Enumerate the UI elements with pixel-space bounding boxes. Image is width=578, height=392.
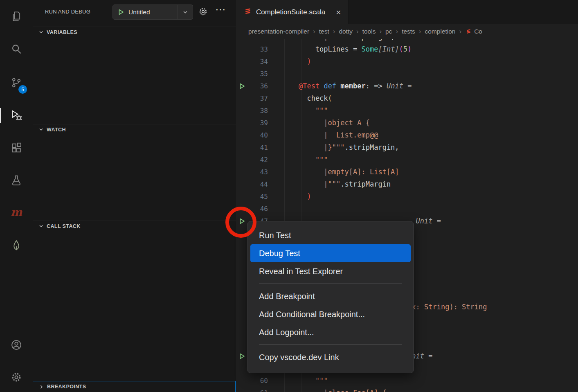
line-number[interactable]: 46	[249, 205, 268, 213]
activity-item-explorer[interactable]	[0, 3, 32, 29]
section-watch[interactable]: WATCH	[33, 124, 236, 135]
line-number[interactable]: 40	[249, 131, 268, 139]
close-icon[interactable]: ×	[336, 8, 341, 16]
code-line-36[interactable]: 36 @Test def member: => Unit =	[236, 80, 578, 92]
section-label: CALL STACK	[47, 223, 81, 229]
activity-item-accounts[interactable]	[0, 332, 32, 358]
code-line-45[interactable]: 45 )	[236, 190, 578, 203]
run-and-debug-icon	[10, 109, 23, 122]
section-call-stack[interactable]: CALL STACK	[33, 221, 236, 231]
breadcrumb-item-leaf[interactable]: Co	[465, 28, 482, 35]
code-text: |class Foo[A] {	[282, 389, 387, 392]
line-number[interactable]: 36	[249, 82, 268, 90]
code-line-46[interactable]: 46	[236, 203, 578, 215]
debug-settings-gear-icon[interactable]	[198, 7, 208, 18]
activity-item-search[interactable]	[0, 36, 32, 62]
line-number[interactable]: 35	[249, 70, 268, 78]
code-line-33[interactable]: 33 topLines = Some[Int](5)	[236, 43, 578, 55]
menu-item-reveal-in-test-explorer[interactable]: Reveal in Test Explorer	[250, 262, 411, 280]
more-actions-icon[interactable]: ⋯	[215, 3, 227, 16]
run-and-debug-sidebar: RUN AND DEBUG Untitled ⋯ VARIABLES WATCH…	[33, 0, 236, 392]
code-line-38[interactable]: 38 """	[236, 104, 578, 117]
files-icon	[10, 10, 22, 23]
line-number[interactable]: 38	[249, 107, 268, 115]
menu-item-debug-test[interactable]: Debug Test	[250, 244, 411, 262]
code-text: |}""".stripMargin,	[282, 143, 399, 151]
code-line-42[interactable]: 42 """	[236, 153, 578, 166]
line-number[interactable]: 39	[249, 119, 268, 127]
line-number[interactable]: 61	[249, 389, 268, 392]
menu-divider	[259, 345, 402, 345]
code-text: topLines = Some[Int](5)	[282, 45, 412, 53]
section-breakpoints[interactable]: BREAKPOINTS	[33, 381, 235, 392]
section-label: WATCH	[47, 127, 66, 133]
activity-item-mongodb[interactable]	[0, 232, 32, 259]
code-line-41[interactable]: 41 |}""".stripMargin,	[236, 141, 578, 153]
line-number[interactable]: 43	[249, 168, 268, 176]
chevron-down-icon[interactable]	[178, 5, 193, 19]
launch-config-dropdown[interactable]: Untitled	[112, 5, 193, 20]
chevron-down-icon	[38, 127, 44, 132]
line-number[interactable]: 60	[249, 377, 268, 385]
breadcrumb-separator-icon: ›	[333, 27, 335, 36]
chevron-right-icon	[39, 384, 44, 390]
code-line-44[interactable]: 44 |""".stripMargin	[236, 178, 578, 190]
code-text: |empty[A]: List[A]	[282, 168, 399, 176]
breadcrumb-separator-icon: ›	[313, 27, 315, 36]
activity-item-run-and-debug[interactable]	[0, 102, 32, 128]
activity-item-testing[interactable]	[0, 167, 32, 194]
code-line-40[interactable]: 40 | List.emp@@	[236, 129, 578, 141]
menu-item-add-breakpoint[interactable]: Add Breakpoint	[250, 287, 411, 305]
line-number[interactable]: 44	[249, 180, 268, 188]
code-line-61[interactable]: 61 |class Foo[A] {	[236, 387, 578, 392]
code-line-37[interactable]: 37 check(	[236, 92, 578, 104]
menu-divider	[259, 284, 402, 284]
breadcrumb-item-presentation-compiler[interactable]: presentation-compiler	[248, 28, 309, 35]
breadcrumb-item-pc[interactable]: pc	[385, 28, 392, 35]
breadcrumb-separator-icon: ›	[419, 27, 421, 36]
line-number[interactable]: 34	[249, 58, 268, 65]
tab-completionsuite-scala[interactable]: CompletionSuite.scala ×	[236, 0, 349, 24]
code-text: """	[282, 106, 328, 115]
tab-bar: CompletionSuite.scala ×	[236, 0, 578, 24]
breadcrumb-item-dotty[interactable]: dotty	[339, 28, 353, 35]
breadcrumb-item-completion[interactable]: completion	[425, 28, 456, 35]
activity-item-source-control[interactable]: 5	[0, 70, 32, 96]
code-text: """	[282, 376, 328, 385]
activity-item-metals[interactable]: m	[0, 200, 32, 226]
menu-item-run-test[interactable]: Run Test	[250, 226, 411, 244]
menu-item-add-logpoint[interactable]: Add Logpoint...	[250, 323, 411, 341]
line-number[interactable]: 33	[249, 45, 268, 53]
start-debugging-icon[interactable]	[117, 9, 124, 16]
tab-label: CompletionSuite.scala	[256, 8, 325, 16]
code-text: |""".stripMargin	[282, 180, 391, 188]
code-line-35[interactable]: 35	[236, 68, 578, 80]
code-line-43[interactable]: 43 |empty[A]: List[A]	[236, 166, 578, 178]
breadcrumb-item-tools[interactable]: tools	[362, 28, 376, 35]
scala-icon	[243, 7, 252, 16]
code-line-34[interactable]: 34 )	[236, 55, 578, 68]
run-test-icon[interactable]	[236, 83, 249, 90]
activity-item-settings[interactable]	[0, 364, 32, 390]
line-number[interactable]: 45	[249, 193, 268, 201]
code-text: )	[282, 57, 311, 65]
code-text: check(	[282, 94, 332, 102]
activity-bar: 5 m	[0, 0, 33, 392]
section-variables[interactable]: VARIABLES	[33, 27, 236, 37]
code-line-60[interactable]: 60 """	[236, 374, 578, 387]
line-number[interactable]: 42	[249, 156, 268, 164]
code-text: |object A {	[282, 119, 370, 127]
breadcrumb-item-test[interactable]: test	[319, 28, 329, 35]
mongodb-leaf-icon	[10, 239, 22, 252]
line-number[interactable]: 32	[249, 39, 268, 41]
search-icon	[10, 43, 22, 55]
line-number[interactable]: 41	[249, 144, 268, 151]
menu-item-add-conditional-breakpoint[interactable]: Add Conditional Breakpoint...	[250, 305, 411, 323]
activity-item-extensions[interactable]	[0, 135, 32, 161]
code-line-39[interactable]: 39 |object A {	[236, 117, 578, 129]
code-line-32[interactable]: 32 |""".stripMargin,	[236, 39, 578, 43]
scm-badge: 5	[18, 85, 27, 94]
menu-item-copy-vscode-dev-link[interactable]: Copy vscode.dev Link	[250, 348, 411, 366]
breadcrumb-item-tests[interactable]: tests	[402, 28, 415, 35]
line-number[interactable]: 37	[249, 95, 268, 102]
